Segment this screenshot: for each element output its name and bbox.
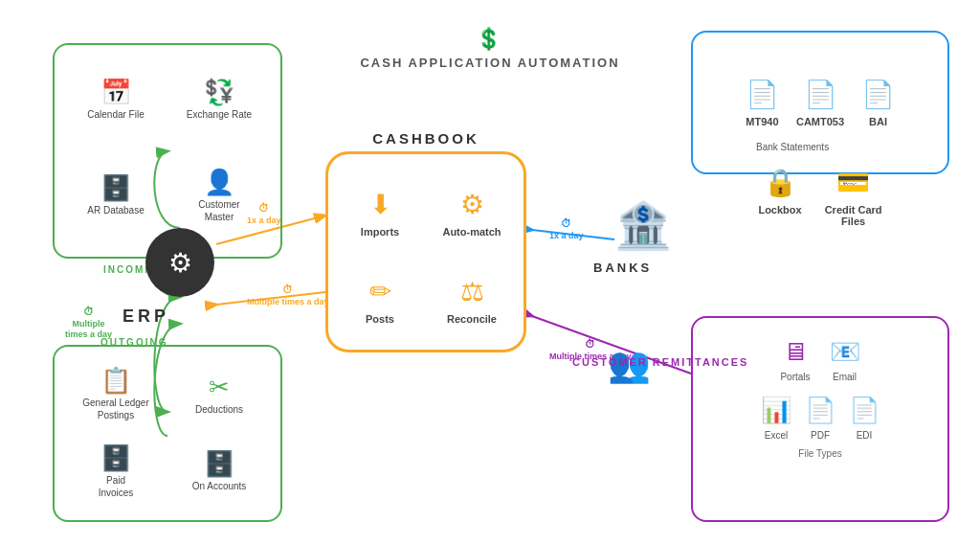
credit-card-label: Credit CardFiles [825, 204, 882, 227]
file-types-label: File Types [706, 448, 934, 459]
imports-item: ⬇ Imports [338, 173, 422, 253]
bai-icon: 📄 [861, 79, 895, 110]
reconcile-icon: ⚖ [460, 276, 484, 307]
portals-label: Portals [780, 372, 810, 382]
paid-invoices-item: 🗄️ PaidInvoices [68, 438, 164, 508]
lockbox-item: 🔒 Lockbox [758, 167, 801, 227]
excel-item: 📊 Excel [761, 396, 791, 441]
lockbox-icon: 🔒 [764, 167, 797, 198]
posts-item: ✏ Posts [338, 261, 422, 340]
pdf-item: 📄 PDF [805, 396, 835, 441]
imports-label: Imports [361, 226, 399, 238]
edi-item: 📄 EDI [849, 396, 880, 441]
database-icon: 🗄️ [100, 175, 131, 200]
deductions-item: ✂ Deductions [171, 360, 267, 430]
bank-statements-box: 📄 MT940 📄 CAMT053 📄 BAI 🔒 Lockbox 💳 Cred… [691, 31, 949, 174]
bank-statements-label: Bank Statements [756, 142, 829, 152]
pdf-icon: 📄 [805, 396, 835, 425]
camt053-icon: 📄 [804, 79, 837, 110]
edi-label: EDI [857, 430, 873, 441]
bai-label: BAI [869, 116, 887, 127]
title-text: CASH APPLICATION AUTOMATION [360, 56, 619, 70]
clock-icon2: ⏱ [282, 284, 293, 295]
customer-master-label: CustomerMaster [198, 198, 239, 223]
customer-remittances-label: CUSTOMER REMITTANCES [572, 354, 748, 371]
mt940-icon: 📄 [746, 79, 779, 110]
erp-gear-icon: ⚙ [168, 247, 192, 279]
excel-icon: 📊 [761, 396, 791, 425]
mt940-label: MT940 [746, 116, 778, 127]
banks-label: BANKS [593, 261, 652, 275]
bai-item: 📄 BAI [861, 79, 895, 127]
clock-icon4: ⏱ [585, 338, 595, 350]
email-icon: 📧 [830, 337, 860, 367]
paid-invoices-icon: 🗄️ [100, 445, 131, 470]
auto-match-item: ⚙ Auto-match [430, 173, 514, 253]
deductions-icon: ✂ [209, 375, 230, 399]
remittance-box: 🖥 Portals 📧 Email 📊 Excel 📄 PDF 📄 EDI Fi… [691, 316, 949, 522]
deductions-label: Deductions [195, 403, 243, 416]
calendar-file-item: 📅 Calendar File [68, 58, 164, 141]
posts-icon: ✏ [369, 276, 391, 307]
portals-icon: 🖥 [783, 337, 808, 367]
outgoing-grid: 📋 General LedgerPostings ✂ Deductions 🗄️… [68, 360, 267, 507]
exchange-icon: 💱 [204, 79, 234, 104]
edi-icon: 📄 [849, 396, 880, 425]
cash-icon: 💲 [360, 27, 619, 52]
lockbox-label: Lockbox [758, 204, 801, 216]
excel-label: Excel [765, 430, 788, 441]
ledger-icon: 📋 [100, 368, 131, 393]
exchange-rate-item: 💱 Exchange Rate [171, 58, 267, 141]
banks-icon: 🏦 [614, 199, 672, 253]
exchange-label: Exchange Rate [187, 108, 252, 121]
on-accounts-icon: 🗄️ [204, 451, 234, 476]
calendar-icon: 📅 [100, 79, 131, 104]
ar-label: AR Database [87, 204, 144, 216]
email-item: 📧 Email [830, 337, 860, 382]
paid-invoices-label: PaidInvoices [99, 474, 134, 499]
reconcile-label: Reconcile [447, 313, 497, 325]
mt940-item: 📄 MT940 [746, 79, 779, 127]
posts-label: Posts [366, 313, 394, 325]
bank-building-icon: 🏦 [614, 200, 672, 251]
ledger-label: General LedgerPostings [82, 397, 149, 421]
cashbook-box: ⬇ Imports ⚙ Auto-match ✏ Posts ⚖ Reconci… [325, 151, 526, 352]
on-accounts-label: On Accounts [192, 480, 247, 492]
flow-outgoing-label: ⏱ Multiple times a day [247, 283, 329, 307]
pdf-label: PDF [811, 430, 830, 441]
incoming-grid: 📅 Calendar File 💱 Exchange Rate 🗄️ AR Da… [68, 58, 267, 243]
clock-icon5: ⏱ [83, 306, 94, 317]
flow-incoming-label: ⏱ 1x a day [247, 201, 281, 226]
general-ledger-item: 📋 General LedgerPostings [68, 360, 164, 430]
erp-circle: ⚙ [145, 228, 214, 297]
cashbook-title: CASHBOOK [325, 130, 526, 147]
flow-erp-multiple: ⏱ Multipletimes a day [65, 305, 112, 341]
credit-card-icon: 💳 [836, 167, 870, 198]
clock-icon: ⏱ [258, 202, 269, 214]
camt053-item: 📄 CAMT053 [796, 79, 844, 127]
remit-bottom-row: 📊 Excel 📄 PDF 📄 EDI [706, 382, 934, 441]
calendar-label: Calendar File [87, 108, 144, 121]
erp-label: ERP [122, 307, 169, 327]
ar-database-item: 🗄️ AR Database [68, 148, 164, 243]
reconcile-item: ⚖ Reconcile [430, 261, 514, 340]
on-accounts-item: 🗄️ On Accounts [171, 438, 267, 508]
auto-match-icon: ⚙ [460, 189, 484, 220]
email-label: Email [833, 372, 857, 382]
customer-master-icon: 👤 [204, 170, 234, 194]
flow-bank-incoming-label: ⏱ 1x a day [549, 216, 584, 241]
main-title: 💲 CASH APPLICATION AUTOMATION [360, 27, 619, 70]
clock-icon3: ⏱ [561, 217, 571, 229]
credit-card-item: 💳 Credit CardFiles [825, 167, 882, 227]
camt053-label: CAMT053 [796, 116, 844, 127]
portals-item: 🖥 Portals [780, 337, 810, 382]
imports-icon: ⬇ [369, 189, 391, 220]
auto-match-label: Auto-match [442, 226, 501, 238]
outgoing-box: 📋 General LedgerPostings ✂ Deductions 🗄️… [53, 345, 282, 522]
cashbook-grid: ⬇ Imports ⚙ Auto-match ✏ Posts ⚖ Reconci… [328, 154, 523, 350]
